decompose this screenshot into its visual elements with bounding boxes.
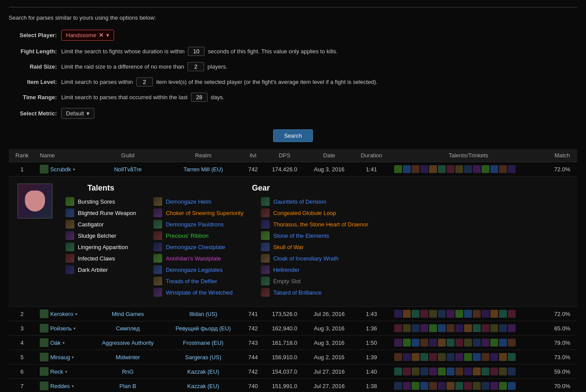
realm-link[interactable]: Kazzak (EU) (187, 383, 219, 389)
realm-cell: Ревущий фьорд (EU) (164, 321, 242, 336)
intro-text: Search for parses similar to yours using… (9, 14, 577, 21)
dps-cell: 151,991.0 (264, 379, 305, 392)
match-cell: 59.0% (547, 364, 577, 379)
gear-link[interactable]: Skull of War (273, 244, 304, 250)
expand-arrow[interactable]: ▾ (72, 384, 74, 389)
dps-cell: 161,718.0 (264, 336, 305, 350)
gear-icon (261, 277, 270, 285)
date-cell: Aug 2, 2016 (305, 350, 353, 364)
gear-link[interactable]: Gauntlets of Derision (273, 198, 326, 205)
fight-length-input[interactable] (188, 47, 205, 56)
match-cell: 73.0% (547, 350, 577, 364)
name-cell: Reddes ▾ (35, 379, 91, 392)
player-value: Handssome (66, 32, 96, 38)
player-dropdown-icon[interactable]: ▾ (106, 32, 109, 38)
guild-link[interactable]: RnG (122, 368, 134, 375)
gear-link[interactable]: Choker of Sneering Superiority (166, 210, 243, 216)
rank-cell: 4 (9, 336, 35, 350)
talent-icon (66, 220, 74, 229)
guild-link[interactable]: Midwinter (116, 354, 140, 361)
ilvl-cell: 742 (242, 364, 264, 379)
metric-dropdown-icon[interactable]: ▾ (87, 110, 90, 117)
guild-link[interactable]: Plan B (119, 383, 136, 389)
ilvl-input[interactable] (136, 77, 153, 87)
gear-icon (261, 254, 270, 263)
expand-arrow[interactable]: ▾ (73, 326, 76, 331)
gear-icon (153, 265, 162, 274)
gear-link[interactable]: Treads of the Defiler (166, 278, 217, 284)
duration-cell: 1:40 (353, 364, 390, 379)
realm-link[interactable]: Illidan (US) (189, 311, 217, 317)
realm-link[interactable]: Tarren Mill (EU) (184, 166, 223, 173)
gear-link[interactable]: Tabard of Brilliance (273, 289, 322, 296)
talent-item: Infected Claws (66, 254, 136, 263)
table-row[interactable]: 2 Kerokero ▾ Mind Games Illidan (US) 741… (9, 307, 577, 321)
gear-link[interactable]: Demongaze Pauldrons (166, 221, 223, 228)
player-link[interactable]: Oák (50, 340, 61, 346)
gear-list-left: Demongaze Helm Choker of Sneering Superi… (153, 197, 243, 297)
metric-select-button[interactable]: Default ▾ (61, 108, 94, 119)
gear-link[interactable]: Congealed Globule Loop (273, 210, 336, 216)
table-row[interactable]: 7 Reddes ▾ Plan B Kazzak (EU) 740 151,99… (9, 379, 577, 392)
expand-arrow[interactable]: ▾ (75, 312, 77, 316)
player-link[interactable]: Scrubdk (50, 166, 71, 173)
realm-link[interactable]: Ревущий фьорд (EU) (176, 325, 231, 332)
ilvl-cell: 742 (242, 162, 264, 177)
gear-link[interactable]: Hellrender (273, 267, 299, 273)
guild-cell: NollTvåTre (91, 162, 165, 177)
guild-link[interactable]: Mind Games (112, 311, 144, 317)
expand-arrow[interactable]: ▾ (73, 167, 75, 172)
gear-link[interactable]: Stone of the Elements (273, 232, 329, 239)
date-cell: Jul 26, 2016 (305, 307, 353, 321)
expand-arrow[interactable]: ▾ (62, 340, 65, 345)
player-remove-icon[interactable]: ✕ (99, 32, 104, 38)
raid-size-input[interactable] (187, 62, 204, 71)
gear-link[interactable]: Wristplate of the Wretched (166, 289, 232, 296)
ilvl-cell: 740 (242, 379, 264, 392)
gear-link[interactable]: Thorasus, the Stone Heart of Draenor (273, 221, 368, 228)
player-select-button[interactable]: Handssome ✕ ▾ (61, 30, 114, 41)
ilvl-label: Item Level: (9, 79, 57, 85)
gear-link[interactable]: Annihilan's Waistplate (166, 255, 221, 262)
gear-link[interactable]: Demongaze Legplates (166, 267, 222, 273)
player-link[interactable]: Kerokero (50, 311, 73, 317)
guild-link[interactable]: NollTvåTre (114, 166, 142, 173)
talent-item: Lingering Apparition (66, 243, 136, 251)
expand-arrow[interactable]: ▾ (72, 355, 74, 360)
expand-arrow[interactable]: ▾ (65, 369, 67, 374)
realm-cell: Sargeras (US) (164, 350, 242, 364)
guild-link[interactable]: Симплед (116, 325, 140, 332)
table-row[interactable]: 1 Scrubdk ▾ NollTvåTre Tarren Mill (EU) … (9, 162, 577, 177)
realm-link[interactable]: Kazzak (EU) (187, 368, 219, 375)
talent-icon (66, 208, 74, 217)
realm-cell: Tarren Mill (EU) (164, 162, 242, 177)
realm-link[interactable]: Sargeras (US) (185, 354, 222, 361)
col-talents: Talents/Trinkets (390, 149, 547, 162)
player-link[interactable]: Reddes (50, 383, 70, 389)
name-cell: Kerokero ▾ (35, 307, 91, 321)
player-link[interactable]: Ройзель (50, 325, 72, 332)
name-cell: Oák ▾ (35, 336, 91, 350)
gear-link[interactable]: Demongaze Chestplate (166, 244, 225, 250)
table-row[interactable]: 6 Reck ▾ RnG Kazzak (EU) 742 154,037.0 J… (9, 364, 577, 379)
guild-link[interactable]: Aggressive Authority (102, 340, 154, 346)
table-row[interactable]: 4 Oák ▾ Aggressive Authority Frostmane (… (9, 336, 577, 350)
metric-label: Select Metric: (9, 110, 57, 117)
talent-name: Blighted Rune Weapon (78, 210, 136, 216)
gear-link[interactable]: Precious' Ribbon (166, 232, 208, 239)
date-cell: Jul 27, 2016 (305, 364, 353, 379)
player-link[interactable]: Miniaug (50, 354, 70, 361)
ilvl-row: Item Level: Limit search to parses withi… (9, 77, 577, 87)
gear-link[interactable]: Demongaze Helm (166, 198, 211, 205)
table-row[interactable]: 5 Miniaug ▾ Midwinter Sargeras (US) 744 … (9, 350, 577, 364)
form-section: Select Player: Handssome ✕ ▾ Fight Lengt… (9, 30, 577, 119)
realm-link[interactable]: Frostmane (EU) (183, 340, 223, 346)
gear-link[interactable]: Empty Slot (273, 278, 301, 284)
results-table: Rank Name Guild Realm ilvl DPS Date Dura… (9, 149, 577, 392)
time-range-input[interactable] (191, 93, 208, 102)
table-row[interactable]: 3 Ройзель ▾ Симплед Ревущий фьорд (EU) 7… (9, 321, 577, 336)
player-link[interactable]: Reck (50, 368, 63, 375)
gear-link[interactable]: Cloak of Incendiary Wrath (273, 255, 338, 262)
search-button[interactable]: Search (273, 129, 313, 142)
name-cell: Scrubdk ▾ (35, 162, 91, 177)
